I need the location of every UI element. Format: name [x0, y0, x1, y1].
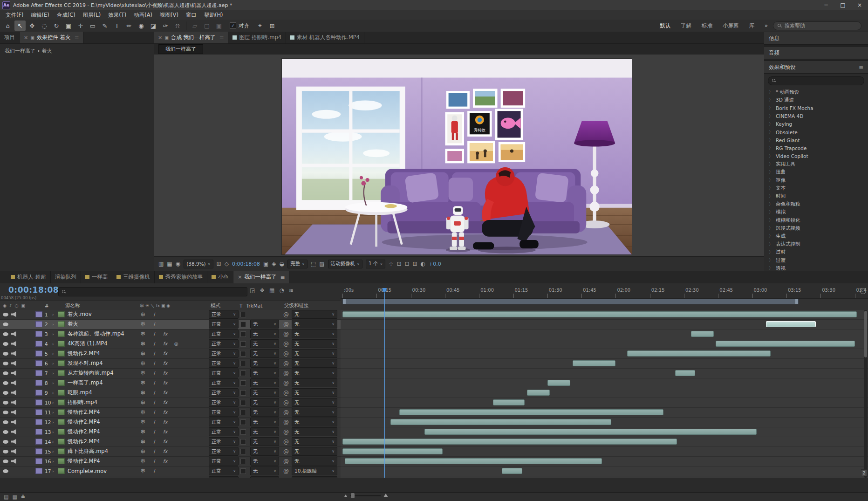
layer-row-5[interactable]: 5›慢动作2.MP4串∕fx正常∨无∨@无∨	[0, 349, 341, 359]
layer-row-10[interactable]: 10›捂眼睛.mp4串∕fx正常∨无∨@无∨	[0, 398, 341, 408]
workspace-3[interactable]: 小屏幕	[723, 22, 739, 29]
layer-bar-6[interactable]	[573, 360, 616, 366]
blend-mode-dropdown[interactable]: 正常∨	[209, 427, 239, 436]
zoom-out-mountain-icon[interactable]	[344, 494, 347, 497]
menu-item-0[interactable]: 文件(F)	[2, 12, 27, 19]
quality-switch[interactable]: 串	[141, 349, 145, 358]
eye-toggle[interactable]	[3, 320, 8, 329]
layer-row-1[interactable]: 1›着火.mov串∕正常∨@无∨	[0, 310, 341, 320]
trkmat-dropdown[interactable]: 无∨	[250, 369, 279, 377]
layer-expander[interactable]: ›	[52, 408, 54, 417]
layer-row-14[interactable]: 14›慢动作2.MP4串∕fx正常∨无∨@无∨	[0, 437, 341, 447]
audio-toggle[interactable]	[11, 398, 16, 407]
composition-mini-flowchart-icon[interactable]: ◲	[250, 287, 255, 294]
eye-toggle[interactable]	[3, 329, 8, 338]
time-ruler[interactable]: :00s00:1500:3000:4501:0001:1501:3001:450…	[341, 283, 868, 299]
layer-expander[interactable]: ›	[52, 378, 54, 387]
frame-blending-icon[interactable]: ◔	[279, 287, 284, 294]
quality-switch[interactable]: 串	[141, 320, 145, 329]
draft-switch[interactable]: ∕	[154, 349, 155, 358]
preview-eye-icon[interactable]: ◉	[176, 261, 180, 267]
t-checkbox[interactable]	[240, 437, 246, 446]
fx-switch[interactable]: fx	[163, 398, 167, 407]
fx-switch[interactable]: fx	[163, 408, 167, 417]
layer-source[interactable]: 着火	[58, 320, 78, 329]
layer-expander[interactable]: ›	[52, 437, 54, 446]
help-search-box[interactable]: 搜索帮助	[773, 21, 861, 30]
menu-item-5[interactable]: 动画(A)	[130, 12, 156, 19]
fx-switch[interactable]: fx	[163, 437, 167, 446]
layer-expander[interactable]: ›	[52, 388, 54, 397]
flowchart-icon[interactable]: ⊞	[413, 261, 417, 267]
parent-dropdown[interactable]: 无∨	[292, 427, 337, 436]
trkmat-dropdown[interactable]: 无∨	[250, 378, 279, 387]
eye-toggle[interactable]	[3, 467, 8, 475]
layer-row-8[interactable]: 8›一样高了.mp4串∕fx正常∨无∨@无∨	[0, 378, 341, 388]
layer-source[interactable]: 从左旋转向前.mp4	[58, 369, 113, 377]
grid-icon[interactable]: ⊞	[267, 21, 278, 31]
parent-dropdown[interactable]: 无∨	[292, 329, 337, 338]
quality-switch[interactable]: 串	[141, 310, 145, 319]
effects-category-14[interactable]: 〉杂色和颗粒	[764, 200, 868, 208]
parent-dropdown[interactable]: 无∨	[292, 398, 337, 407]
menu-item-7[interactable]: 窗口	[182, 12, 200, 19]
close-button[interactable]: ×	[851, 0, 868, 10]
t-checkbox[interactable]	[240, 427, 246, 436]
transparency-grid-icon[interactable]: ▨	[319, 261, 324, 267]
eye-toggle[interactable]	[3, 398, 8, 407]
viewer-tab-1[interactable]: 图层 捂眼睛.mp4	[228, 32, 286, 43]
layer-label-color[interactable]	[35, 378, 42, 387]
layer-label-color[interactable]	[35, 418, 42, 426]
audio-toggle[interactable]	[11, 349, 16, 358]
effects-category-9[interactable]: 〉实用工具	[764, 160, 868, 168]
channel-grid-icon[interactable]: ▦	[167, 261, 172, 267]
shape-2-tool-icon[interactable]: ▣	[213, 21, 225, 31]
parent-pickwhip-icon[interactable]: @	[283, 398, 289, 407]
t-checkbox[interactable]	[240, 320, 246, 329]
timeline-tab-0[interactable]: 机器人-超超	[7, 271, 51, 283]
work-area-bar[interactable]	[342, 299, 799, 304]
work-area-end-handle[interactable]	[795, 299, 798, 304]
roto-brush-tool-icon[interactable]: ✑	[160, 21, 171, 31]
t-checkbox[interactable]	[240, 388, 246, 397]
comp-marker-2[interactable]: 2	[861, 469, 867, 476]
draft-switch[interactable]: ∕	[154, 408, 155, 417]
parent-dropdown[interactable]: 无∨	[292, 408, 337, 417]
draft-switch[interactable]: ∕	[154, 447, 155, 456]
trkmat-dropdown[interactable]: 无∨	[250, 418, 279, 426]
effects-category-6[interactable]: 〉Red Giant	[764, 136, 868, 144]
audio-toggle[interactable]	[11, 359, 16, 368]
fast-previews-icon[interactable]: ⊡	[396, 261, 401, 267]
layer-bar-16[interactable]	[345, 458, 602, 464]
status-toggle-b-icon[interactable]: ▦	[12, 494, 17, 500]
parent-pickwhip-icon[interactable]: @	[283, 359, 289, 368]
fx-switch[interactable]: fx	[163, 329, 167, 338]
align-option[interactable]: ✓ 对齐	[230, 22, 249, 29]
effects-category-4[interactable]: 〉Keying	[764, 120, 868, 128]
trkmat-dropdown[interactable]: 无∨	[250, 398, 279, 407]
workspace-1[interactable]: 了解	[681, 22, 691, 29]
zoom-in-mountain-icon[interactable]	[383, 494, 388, 497]
menu-item-6[interactable]: 视图(V)	[156, 12, 182, 19]
snapshot-icon[interactable]: ▣	[263, 261, 268, 267]
layer-label-color[interactable]	[35, 398, 42, 407]
eye-toggle[interactable]	[3, 427, 8, 436]
eye-toggle[interactable]	[3, 437, 8, 446]
timeline-tab-6[interactable]: ×我们一样高了≡	[233, 271, 289, 283]
viewer-tab-2[interactable]: 素材 机器人各种动作.MP4	[286, 32, 364, 43]
layer-bar-5[interactable]	[627, 350, 771, 357]
tab-effect-controls[interactable]: × ▣ 效果控件 着火 ≡	[20, 32, 83, 43]
parent-pickwhip-icon[interactable]: @	[283, 437, 289, 446]
layer-label-color[interactable]	[35, 359, 42, 368]
draft-switch[interactable]: ∕	[154, 457, 155, 466]
effects-presets-panel-tab[interactable]: 效果和预设 ≡	[764, 61, 868, 74]
pan-behind-tool-icon[interactable]: ✛	[75, 21, 86, 31]
layer-bar-2[interactable]	[766, 321, 816, 327]
menu-item-1[interactable]: 编辑(E)	[27, 12, 53, 19]
audio-toggle[interactable]	[11, 447, 16, 456]
effects-category-20[interactable]: 〉过时	[764, 248, 868, 256]
fx-switch[interactable]: fx	[163, 349, 167, 358]
layer-source[interactable]: 各种跳起、慢动作.mp4	[58, 329, 124, 338]
layer-label-color[interactable]	[35, 329, 42, 338]
hand-tool-icon[interactable]: ✥	[27, 21, 38, 31]
